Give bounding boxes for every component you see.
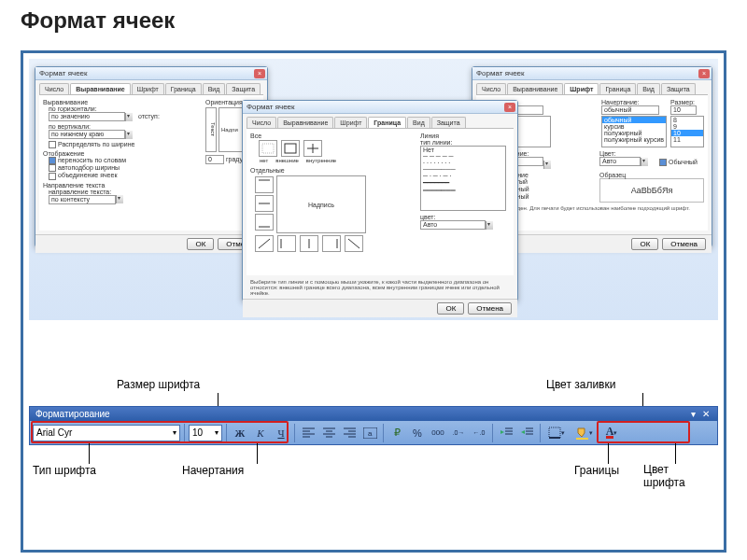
align-left-icon[interactable] <box>299 424 317 442</box>
size-combo[interactable]: 10▾ <box>189 425 222 441</box>
checkbox-merge[interactable] <box>49 173 56 180</box>
thousands-icon[interactable]: 000 <box>429 424 447 442</box>
combo-bordercolor[interactable]: Авто <box>420 220 486 230</box>
combo-fontcolor[interactable]: Авто <box>599 157 641 166</box>
list-item[interactable]: ─ · ─ · ─ · <box>421 173 505 179</box>
tab-border[interactable]: Граница <box>599 83 636 94</box>
tab-protect[interactable]: Защита <box>661 83 696 94</box>
dec-decimal-icon[interactable]: ←.0 <box>470 424 488 442</box>
dec-indent-icon[interactable] <box>497 424 515 442</box>
list-item[interactable]: ━━━━━━━ <box>421 179 505 187</box>
page-title: Формат ячеек <box>21 7 175 34</box>
border-mid-v-icon[interactable] <box>300 235 318 252</box>
border-inner-icon[interactable] <box>303 140 322 157</box>
dial-caption: Надпи <box>221 127 238 133</box>
list-item[interactable]: 11 <box>671 136 703 143</box>
borders-button[interactable]: ▾ <box>544 424 569 442</box>
tab-font[interactable]: Шрифт <box>564 83 599 94</box>
input-size[interactable]: 10 <box>670 105 697 115</box>
tab-border[interactable]: Граница <box>368 117 406 128</box>
tab-fill[interactable]: Вид <box>203 83 226 94</box>
border-bottom-icon[interactable] <box>255 214 274 231</box>
list-item[interactable]: 10 <box>671 130 703 136</box>
spinner-degrees[interactable]: 0 <box>205 155 224 164</box>
align-center-icon[interactable] <box>319 424 338 442</box>
inc-decimal-icon[interactable]: .0→ <box>449 424 468 442</box>
align-right-icon[interactable] <box>340 424 359 442</box>
percent-icon[interactable]: % <box>408 424 427 442</box>
list-item[interactable]: ─────── <box>421 166 505 173</box>
currency-icon[interactable]: ₽ <box>388 424 406 442</box>
merge-center-icon[interactable]: a <box>360 424 379 442</box>
list-item[interactable]: ═══════ <box>421 187 505 193</box>
tab-number[interactable]: Число <box>247 117 276 128</box>
toolbar-window-controls[interactable]: ▾ ✕ <box>691 407 712 421</box>
chevron-down-icon[interactable] <box>125 131 133 139</box>
tab-alignment[interactable]: Выравнивание <box>277 117 333 128</box>
list-item[interactable]: · · · · · · · · <box>421 160 505 166</box>
inc-indent-icon[interactable] <box>517 424 536 442</box>
tab-alignment[interactable]: Выравнивание <box>507 83 563 94</box>
checkbox-normal[interactable] <box>659 159 667 166</box>
close-icon[interactable]: × <box>504 103 515 112</box>
checkbox-justify[interactable] <box>49 141 56 148</box>
border-outer-icon[interactable] <box>281 140 300 157</box>
anno-line <box>89 443 90 464</box>
list-item[interactable]: 8 <box>671 117 703 123</box>
border-right-icon[interactable] <box>322 235 341 252</box>
size-combo-value: 10 <box>192 427 203 438</box>
chevron-down-icon[interactable] <box>641 158 648 166</box>
cancel-button[interactable]: Отмена <box>468 302 512 315</box>
combo-vert[interactable]: по нижнему краю <box>49 130 125 139</box>
ok-button[interactable]: ОК <box>437 302 464 315</box>
list-item[interactable]: 9 <box>671 123 703 130</box>
list-item[interactable]: полужирный курсив <box>602 136 666 143</box>
list-styles[interactable]: обычный курсив полужирный полужирный кур… <box>601 116 667 147</box>
underline-button[interactable]: Ч <box>272 424 290 442</box>
tab-protect[interactable]: Защита <box>226 83 261 94</box>
ok-button[interactable]: ОК <box>187 238 214 250</box>
checkbox-wrap[interactable] <box>49 157 56 164</box>
chevron-down-icon[interactable] <box>125 113 133 121</box>
combo-horiz[interactable]: по значению <box>49 112 125 121</box>
list-item[interactable]: полужирный <box>602 130 666 136</box>
cancel-button[interactable]: Отмена <box>662 238 706 250</box>
list-item[interactable]: обычный <box>602 117 666 123</box>
chevron-down-icon[interactable] <box>116 195 123 203</box>
dialog-font-title: Формат ячеек × <box>472 67 712 80</box>
slide-frame: Формат ячеек × Число Выравнивание Шрифт … <box>21 50 726 553</box>
tab-number[interactable]: Число <box>39 83 69 94</box>
chevron-down-icon[interactable] <box>486 221 493 230</box>
fill-color-button[interactable]: ▾ <box>571 424 597 442</box>
tab-font[interactable]: Шрифт <box>334 117 367 128</box>
font-color-button[interactable]: А▾ <box>599 424 625 442</box>
tab-protect[interactable]: Защита <box>431 117 466 128</box>
border-mid-h-icon[interactable] <box>255 195 274 212</box>
list-linestyles[interactable]: Нет ─ ─ ─ ─ ─ · · · · · · · · ─────── ─ … <box>420 146 506 211</box>
ok-button[interactable]: ОК <box>631 238 658 250</box>
chevron-down-icon[interactable] <box>543 161 551 169</box>
tab-number[interactable]: Число <box>476 83 506 94</box>
checkbox-autofit[interactable] <box>49 164 56 172</box>
tab-fill[interactable]: Вид <box>407 117 430 128</box>
combo-dir[interactable]: по контексту <box>49 195 116 204</box>
border-none-icon[interactable] <box>259 140 277 157</box>
border-diag2-icon[interactable] <box>345 235 363 252</box>
close-icon[interactable]: × <box>698 69 710 78</box>
close-icon[interactable]: × <box>254 69 265 78</box>
tab-border[interactable]: Граница <box>165 83 202 94</box>
bold-button[interactable]: Ж <box>231 424 249 442</box>
tab-alignment[interactable]: Выравнивание <box>70 83 131 94</box>
tab-font[interactable]: Шрифт <box>132 83 164 94</box>
list-sizes[interactable]: 8 9 10 11 <box>670 116 704 147</box>
font-combo[interactable]: Arial Cyr▾ <box>33 425 180 441</box>
border-diag1-icon[interactable] <box>255 235 274 252</box>
list-item[interactable]: курсив <box>602 123 666 130</box>
border-top-icon[interactable] <box>255 176 274 193</box>
border-left-icon[interactable] <box>277 235 296 252</box>
input-style[interactable]: обычный <box>601 105 659 115</box>
tab-fill[interactable]: Вид <box>637 83 660 94</box>
list-item[interactable]: ─ ─ ─ ─ ─ <box>421 153 505 160</box>
italic-button[interactable]: К <box>251 424 270 442</box>
list-item[interactable]: Нет <box>421 147 505 153</box>
